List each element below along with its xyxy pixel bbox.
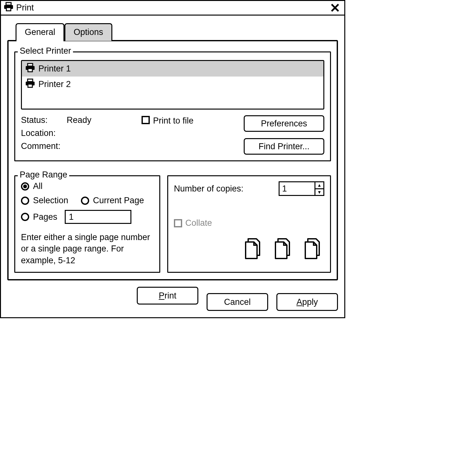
radio-all-row: All: [21, 181, 154, 191]
group-page-range: Page Range All Selection Current Page: [14, 175, 160, 273]
radio-selection[interactable]: [21, 197, 29, 205]
collate-illustration: [174, 238, 324, 263]
radio-label: Pages: [33, 212, 65, 222]
window-title: Print: [16, 3, 34, 13]
tab-panel-general: Select Printer Printer 1: [7, 40, 338, 280]
printer-list-item[interactable]: Printer 1: [22, 61, 323, 77]
group-select-printer: Select Printer Printer 1: [14, 51, 331, 161]
button-label: Print: [159, 291, 176, 301]
radio-label: Selection: [33, 196, 68, 205]
group-legend: Select Printer: [18, 46, 73, 56]
collate-label: Collate: [185, 218, 212, 228]
printer-name: Printer 1: [38, 64, 71, 74]
tab-label: Options: [74, 27, 103, 37]
printer-name: Printer 2: [38, 79, 71, 89]
cancel-button[interactable]: Cancel: [207, 293, 268, 311]
copies-label: Number of copies:: [174, 184, 243, 194]
svg-rect-5: [28, 69, 32, 72]
radio-current-page[interactable]: [81, 197, 89, 205]
svg-rect-2: [6, 8, 11, 11]
radio-label: Current Page: [93, 196, 144, 205]
collate-checkbox: [174, 219, 182, 227]
side-buttons: Preferences Find Printer...: [244, 115, 324, 155]
copies-down[interactable]: ▼: [315, 189, 323, 195]
status-label: Status:: [21, 115, 59, 125]
tabstrip: General Options: [16, 23, 338, 41]
status-value: Ready: [67, 115, 91, 125]
tab-options[interactable]: Options: [64, 23, 112, 41]
group-copies: Number of copies: ▲ ▼ Collate: [167, 175, 331, 273]
svg-rect-0: [6, 3, 11, 5]
radio-pages[interactable]: [21, 213, 29, 221]
preferences-button[interactable]: Preferences: [244, 115, 324, 132]
printer-icon: [25, 63, 35, 75]
radio-pages-row: Pages: [21, 210, 154, 224]
button-label: Cancel: [224, 297, 251, 307]
printer-list: Printer 1 Printer 2: [21, 60, 324, 110]
printer-meta: Status: Ready Location: Comment:: [21, 115, 91, 154]
copies-up[interactable]: ▲: [315, 182, 323, 189]
apply-button[interactable]: Apply: [276, 293, 338, 311]
pages-input[interactable]: [65, 210, 131, 224]
svg-rect-6: [28, 79, 33, 82]
svg-rect-3: [28, 64, 33, 66]
printer-icon: [3, 2, 14, 14]
location-label: Location:: [21, 128, 59, 138]
copies-spinner: ▲ ▼: [279, 181, 324, 196]
titlebar: Print ✕: [1, 1, 344, 16]
pages-stack-icon: [303, 238, 322, 263]
print-dialog-window: Print ✕ General Options Select Printer: [0, 0, 345, 318]
tab-general[interactable]: General: [16, 23, 64, 41]
radio-all[interactable]: [21, 182, 29, 191]
client-area: General Options Select Printer: [1, 16, 344, 317]
copies-input[interactable]: [280, 182, 314, 195]
print-to-file-label: Print to file: [153, 116, 194, 126]
comment-label: Comment:: [21, 141, 61, 151]
button-label: Apply: [296, 297, 318, 307]
group-legend: Page Range: [18, 170, 69, 180]
button-label: Find Printer...: [259, 142, 310, 151]
svg-rect-8: [28, 84, 32, 87]
page-range-hint: Enter either a single page number or a s…: [21, 231, 154, 266]
printer-icon: [25, 78, 35, 90]
tab-label: General: [25, 27, 55, 37]
pages-stack-icon: [274, 238, 293, 263]
radio-selection-row: Selection: [21, 196, 68, 205]
close-button[interactable]: ✕: [328, 2, 342, 14]
radio-label: All: [33, 181, 43, 191]
dialog-footer: Print Cancel Apply: [7, 287, 338, 311]
print-button[interactable]: Print: [137, 287, 198, 305]
print-to-file-checkbox[interactable]: [142, 116, 150, 124]
find-printer-button[interactable]: Find Printer...: [244, 138, 324, 155]
printer-list-item[interactable]: Printer 2: [22, 77, 323, 92]
radio-current-page-row: Current Page: [81, 196, 144, 205]
button-label: Preferences: [261, 119, 307, 129]
print-to-file-wrap: Print to file: [142, 116, 194, 126]
pages-stack-icon: [244, 238, 263, 263]
